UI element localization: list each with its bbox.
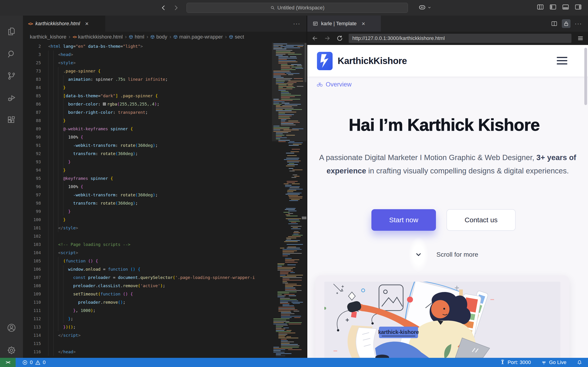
code-line: 114 </script> (23, 331, 272, 340)
code-editor[interactable]: 2<html lang="en" data-bs-theme="light">3… (23, 42, 272, 358)
editor-scrollbar[interactable] (304, 43, 306, 82)
port-label: Port: 3000 (508, 359, 531, 365)
code-line: 105 (function () { (23, 257, 272, 265)
copilot-menu[interactable] (418, 3, 431, 11)
breadcrumb-separator: › (147, 34, 148, 40)
split-editor-icon[interactable] (551, 20, 558, 27)
indent-guide (58, 257, 58, 331)
code-line: 101 </style> (23, 224, 272, 232)
error-icon (22, 360, 28, 365)
search-icon (270, 5, 275, 10)
url-input[interactable]: http://127.0.0.1:3000/karthickkishore.ht… (349, 34, 571, 43)
title-bar: Untitled (Workspace) (0, 0, 588, 16)
indent-guide (58, 67, 58, 232)
tab-karthickkishore-html[interactable]: <> karthickkishore.html × (23, 16, 105, 32)
menu-hamburger-icon[interactable] (557, 57, 567, 65)
tab-close-icon[interactable]: × (85, 20, 88, 27)
code-line: 95 @keyframes spinner { (23, 174, 272, 183)
site-logo[interactable] (317, 52, 333, 70)
code-line: 98 transform: rotate(360deg); (23, 199, 272, 207)
code-line: 106 window.onload = function () { (23, 265, 272, 273)
code-line: 90 100% { (23, 133, 272, 141)
go-live-button[interactable]: Go Live (541, 359, 566, 365)
code-line: 102 (23, 232, 272, 240)
settings-gear-icon[interactable] (7, 345, 16, 355)
code-line: 91 -webkit-transform: rotate(360deg); (23, 141, 272, 150)
breadcrumb-item[interactable]: karthick_kishore (30, 34, 66, 40)
symbol-icon (173, 35, 178, 39)
search-icon[interactable] (7, 49, 16, 59)
breadcrumb-separator: › (125, 34, 127, 40)
explorer-icon[interactable] (7, 27, 16, 36)
warnings-indicator[interactable]: 0 (35, 359, 45, 365)
toggle-panel-icon[interactable] (562, 3, 569, 11)
breadcrumb-item[interactable]: main.page-wrapper (173, 34, 223, 40)
site-brand[interactable]: KarthickKishore (338, 45, 407, 77)
code-line: 85 [data-bs-theme="dark"] .page-spinner … (23, 92, 272, 100)
tab-browser-preview[interactable]: karle | Template × (307, 16, 381, 32)
code-line: 94 } (23, 166, 272, 174)
customize-layout-icon[interactable] (536, 3, 544, 11)
start-now-button[interactable]: Start now (372, 209, 436, 231)
run-debug-icon[interactable] (7, 93, 16, 103)
browser-back-icon[interactable] (311, 35, 318, 42)
code-line: 3 <head> (23, 50, 272, 59)
code-line: 96 100% { (23, 183, 272, 191)
command-center[interactable]: Untitled (Workspace) (187, 3, 408, 13)
browser-menu-icon[interactable] (577, 35, 584, 42)
breadcrumb-item[interactable]: html (129, 34, 144, 40)
history-forward-icon[interactable] (171, 3, 181, 12)
radio-tower-icon (500, 359, 506, 365)
editor-group-right: karle | Template × ··· http://127.0.0.1:… (307, 16, 588, 358)
code-line: 100 } (23, 216, 272, 224)
tab-label: karle | Template (321, 21, 357, 27)
chevron-down-icon (415, 251, 422, 258)
problems-indicator[interactable]: 0 (22, 359, 33, 365)
more-actions-button[interactable]: ··· (575, 20, 582, 27)
breadcrumb-item[interactable]: body (150, 34, 167, 40)
toggle-secondary-sidebar-icon[interactable] (574, 3, 582, 11)
site-scrollbar[interactable] (584, 48, 587, 105)
notifications-bell-icon[interactable] (577, 359, 582, 365)
html-file-icon: <> (28, 21, 33, 26)
contact-us-button[interactable]: Contact us (447, 209, 516, 231)
indent-guide (53, 50, 53, 356)
vscode-window: Untitled (Workspace) (0, 0, 588, 367)
code-line: 83 animation: spinner .75s linear infini… (23, 75, 272, 83)
breadcrumb-item[interactable]: sect (229, 34, 244, 40)
hero-heading: Hai I’m Karthick Kishore (307, 115, 581, 135)
breadcrumb-item[interactable]: <>karthickkishore.html (73, 34, 123, 40)
source-control-icon[interactable] (7, 71, 16, 81)
more-actions-button[interactable]: ··· (293, 20, 300, 27)
toggle-primary-sidebar-icon[interactable] (549, 3, 557, 11)
indent-guide (63, 265, 63, 323)
browser-reload-icon[interactable] (336, 35, 343, 42)
history-back-icon[interactable] (159, 3, 168, 12)
code-line: 109 setTimeout(function () { (23, 290, 272, 298)
code-line: 103 <!-- Page loading scripts --> (23, 240, 272, 249)
code-line: 108 preloader.classList.remove('active')… (23, 282, 272, 290)
code-line: 97 -webkit-transform: rotate(360deg); (23, 191, 272, 199)
code-line: 115 (23, 340, 272, 348)
tab-close-icon[interactable]: × (362, 20, 365, 27)
extensions-icon[interactable] (7, 116, 16, 125)
accounts-icon[interactable] (7, 323, 16, 333)
breadcrumb[interactable]: karthick_kishore›<>karthickkishore.html›… (23, 32, 306, 42)
port-indicator[interactable]: Port: 3000 (500, 359, 531, 365)
chevron-down-icon (428, 6, 431, 9)
warning-count: 0 (43, 359, 45, 365)
code-line: 92 transform: rotate(360deg); (23, 150, 272, 158)
workspace-title: Untitled (Workspace) (277, 5, 325, 11)
symbol-icon (150, 35, 155, 39)
code-line: 99 } (23, 207, 272, 216)
code-line: 87 border-right-color: transparent; (23, 108, 272, 117)
code-line: 110 preloader.remove(); (23, 298, 272, 307)
overview-link[interactable]: Overview (316, 81, 352, 88)
lock-button[interactable] (562, 19, 571, 28)
tab-label: karthickkishore.html (35, 21, 80, 27)
remote-indicator[interactable]: >< (0, 358, 16, 367)
website-viewport: KarthickKishore Overview Hai I’m Karthic… (307, 45, 588, 358)
hero-illustration: karthick-kishore (324, 282, 561, 358)
html-file-icon: <> (73, 35, 76, 39)
browser-forward-icon[interactable] (324, 35, 331, 42)
